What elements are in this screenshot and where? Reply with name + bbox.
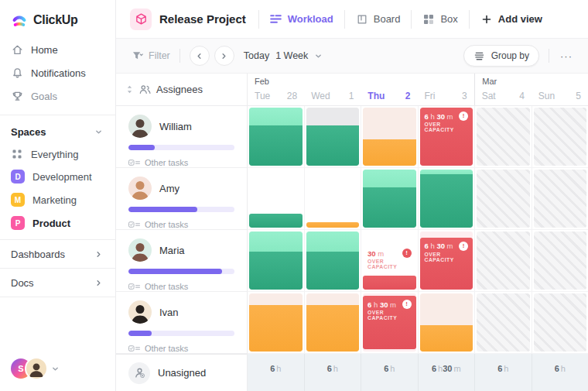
workload-cell[interactable] (248, 230, 305, 291)
toolbar-divider (179, 49, 180, 63)
filter-button[interactable]: Filter (132, 50, 170, 62)
workload-cell[interactable] (305, 230, 362, 291)
layers-icon (473, 50, 486, 62)
space-item-label: Marketing (32, 194, 77, 206)
assignee-row: WilliamOther tasks6 h 30 m!OVER CAPACITY (116, 106, 588, 168)
day-number: 2 (405, 91, 411, 101)
prev-week-button[interactable] (190, 46, 210, 66)
sidebar-item-marketing[interactable]: MMarketing (0, 188, 115, 211)
group-by-button[interactable]: Group by (463, 45, 539, 67)
workload-cell[interactable] (475, 106, 532, 167)
over-capacity-label: OVER CAPACITY (425, 252, 469, 262)
assignee-panel[interactable]: AmyOther tasks (116, 168, 248, 230)
filter-label: Filter (149, 50, 170, 61)
sidebar-item-product[interactable]: PProduct (0, 211, 115, 235)
tab-label: Board (374, 13, 401, 25)
workload-cell[interactable] (419, 168, 476, 229)
over-capacity-block: 6 h 30 m!OVER CAPACITY (420, 238, 473, 290)
tasks-icon (128, 280, 141, 293)
progress-fill (128, 269, 222, 274)
unassigned-person-icon (128, 362, 150, 384)
tab-box[interactable]: Box (411, 10, 468, 29)
assignee-panel[interactable]: IvanOther tasks (116, 292, 248, 354)
range-label: 1 Week (275, 50, 308, 61)
box-icon (422, 13, 435, 26)
other-tasks-toggle[interactable]: Other tasks (128, 218, 234, 231)
spaces-header[interactable]: Spaces (0, 120, 115, 143)
other-tasks-toggle[interactable]: Other tasks (128, 342, 234, 355)
workload-cell[interactable]: 30 m!OVER CAPACITY (361, 230, 419, 291)
workload-cell[interactable] (532, 230, 588, 291)
add-view-button[interactable]: Add view (469, 10, 553, 29)
sidebar-item-everything[interactable]: Everything (0, 143, 115, 165)
assignee-panel[interactable]: WilliamOther tasks (116, 106, 248, 168)
range-select[interactable]: 1 Week (275, 50, 324, 62)
other-tasks-toggle[interactable]: Other tasks (128, 156, 234, 169)
progress-bar (128, 145, 234, 150)
workload-cell[interactable] (532, 292, 588, 353)
sidebar-item-notifications[interactable]: Notifications (0, 61, 115, 84)
sidebar-section-docs[interactable]: Docs (0, 268, 115, 297)
weekend-stripes (477, 170, 530, 228)
workload-cell[interactable] (532, 168, 588, 229)
tab-workload[interactable]: Workload (258, 10, 344, 29)
day-header-wed: Wed1 (304, 86, 361, 105)
today-button[interactable]: Today (244, 50, 269, 61)
sidebar-section-dashboards[interactable]: Dashboards (0, 239, 115, 268)
alert-icon: ! (402, 300, 412, 309)
workload-cell[interactable]: 6 h 30 m!OVER CAPACITY (419, 106, 476, 167)
sidebar-item-development[interactable]: DDevelopment (0, 165, 115, 188)
workload-cell[interactable] (305, 292, 362, 353)
next-week-button[interactable] (214, 46, 234, 66)
day-header-fri: Fri3 (418, 86, 474, 105)
group-by-label: Group by (491, 50, 529, 61)
space-item-label: Development (32, 171, 92, 183)
progress-fill (128, 207, 197, 212)
capacity-time: 6 h 30 m (425, 112, 453, 121)
assignees-header-label: Assignees (156, 84, 203, 95)
toolbar: Filter Today 1 Week Group by ··· (116, 39, 588, 74)
day-name: Sun (538, 91, 555, 101)
tab-board[interactable]: Board (344, 10, 412, 29)
workload-cell[interactable] (419, 292, 476, 353)
workload-cell[interactable] (532, 106, 588, 167)
avatar (128, 300, 152, 324)
workload-cell[interactable]: 6 h 30 m!OVER CAPACITY (419, 230, 476, 291)
clickup-logo[interactable]: ClickUp (0, 0, 115, 38)
assignee-row: AmyOther tasks (116, 168, 588, 230)
workload-cell[interactable]: 6 h 30 m!OVER CAPACITY (361, 292, 419, 353)
clickup-logo-icon (11, 12, 28, 29)
workload-cell[interactable] (475, 292, 532, 353)
workload-cell[interactable] (248, 292, 305, 353)
workload-cell[interactable] (361, 106, 419, 167)
other-tasks-toggle[interactable]: Other tasks (128, 280, 234, 293)
other-tasks-label: Other tasks (145, 344, 188, 353)
assignees-header[interactable]: Assignees (116, 74, 248, 105)
sidebar-item-home[interactable]: Home (0, 38, 115, 61)
workload-cell[interactable] (248, 106, 305, 167)
assignee-row: MariaOther tasks30 m!OVER CAPACITY6 h 30… (116, 230, 588, 292)
workload-cell[interactable] (305, 168, 362, 229)
totals-row: Unasigned 6 h6 h6 h6 h 30 m6 h6 h (116, 354, 588, 391)
totals-cells: 6 h6 h6 h6 h 30 m6 h6 h (248, 354, 588, 391)
user-menu-chevron-icon[interactable] (52, 365, 59, 372)
user-avatar[interactable] (25, 357, 48, 380)
day-number: 5 (576, 91, 581, 101)
month-label: Mar (474, 74, 588, 86)
sidebar-item-goals[interactable]: Goals (0, 84, 115, 108)
workload-cell[interactable] (475, 230, 532, 291)
clickup-logo-text: ClickUp (33, 13, 77, 27)
sidebar-divider (0, 115, 115, 115)
daily-total: 6 h (305, 354, 362, 391)
unassigned-row[interactable]: Unasigned (116, 354, 248, 391)
workload-cell[interactable] (475, 168, 532, 229)
workload-cell[interactable] (248, 168, 305, 229)
view-tabs: WorkloadBoardBoxAdd view (258, 0, 553, 38)
date-header: FebMar Tue28Wed1Thu2Fri3Sat4Sun5 (248, 74, 588, 105)
other-tasks-label: Other tasks (145, 158, 188, 167)
workload-cell[interactable] (361, 168, 419, 229)
workload-cell[interactable] (305, 106, 362, 167)
more-options-button[interactable]: ··· (549, 49, 576, 63)
assignee-panel[interactable]: MariaOther tasks (116, 230, 248, 292)
over-capacity-label: OVER CAPACITY (368, 259, 412, 269)
